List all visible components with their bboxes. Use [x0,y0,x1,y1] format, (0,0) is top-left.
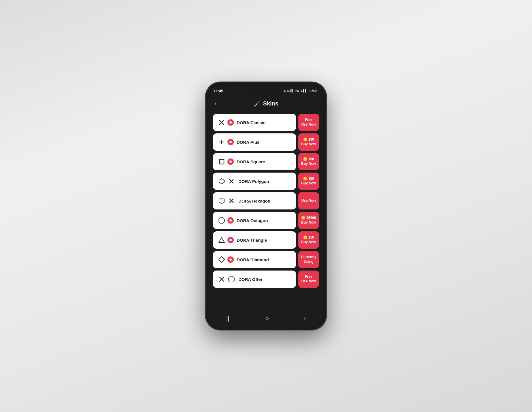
coin-icon-square: 🟡 [303,157,307,162]
price-octagon: 15000 [306,216,316,220]
use-now-offer: Use Now [301,279,316,284]
action-btn-hexagon[interactable]: Use Now [298,192,319,209]
diamond-shape-icon [218,256,226,264]
octagon-shape-icon [218,216,226,224]
x-shape-hexagon [227,197,235,205]
skin-row-hexagon: DORA Hexagon Use Now [213,192,319,209]
skin-card-plus: DORA Plus [213,133,296,151]
skin-card-classic: DORA Classic [213,114,296,131]
skin-name-polygon: DORA Polygon [238,179,269,184]
skin-name-square: DORA Square [237,159,265,164]
currently-using-line2: Using [304,260,313,264]
icon-group-hexagon [218,197,235,205]
skin-card-square: DORA Square [213,153,296,170]
brush-icon: 🖌️ [254,100,261,107]
free-label-offer: Free [305,275,312,279]
icon-group-octagon [218,216,234,224]
skin-row-classic: DORA Classic Free Use Now [213,114,319,131]
icon-group-triangle [218,236,234,244]
buy-label-octagon: Buy Now [301,220,316,225]
skin-name-plus: DORA Plus [237,140,259,145]
svg-rect-4 [219,159,224,164]
battery-icon: □ 35% [309,89,317,92]
coin-row-square: 🟡 150 [303,157,314,162]
buy-label-square: Buy Now [301,162,316,166]
x-shape-icon [218,118,226,126]
hexagon-shape-offer [227,275,235,283]
plus-shape-icon [218,138,226,146]
coin-row-octagon: 🟡 15000 [301,216,316,220]
coin-row-triangle: 🟡 150 [303,235,314,240]
buy-label-plus: Buy Now [301,142,316,147]
svg-marker-5 [219,179,224,184]
price-plus: 100 [308,137,314,142]
svg-marker-11 [219,218,225,223]
app-header: ← 🖌️ Skins [209,96,323,111]
action-btn-diamond[interactable]: Currently Using [298,251,319,268]
red-circle-icon [227,119,234,126]
svg-marker-12 [219,237,225,243]
skin-row-polygon: DORA Polygon 🟡 150 Buy Now [213,173,319,190]
skin-card-hexagon: DORA Hexagon [213,192,296,209]
nav-home-button[interactable]: ○ [265,315,269,322]
currently-using-line1: Currently [301,255,316,260]
action-btn-classic[interactable]: Free Use Now [298,114,319,131]
red-circle-icon-square [227,158,234,165]
coin-icon-triangle: 🟡 [303,235,307,240]
skin-name-classic: DORA Classic [237,120,265,125]
red-circle-icon-triangle [227,237,234,243]
skin-name-diamond: DORA Diamond [237,257,269,262]
skins-list: DORA Classic Free Use Now [209,111,323,311]
skin-row-octagon: DORA Octagon 🟡 15000 Buy Now [213,212,319,229]
buy-label-polygon: Buy Now [301,181,316,186]
red-circle-icon-plus [227,139,234,145]
header-title: 🖌️ Skins [254,100,278,107]
skin-row-square: DORA Square 🟡 150 Buy Now [213,153,319,170]
svg-marker-16 [229,276,234,282]
action-btn-square[interactable]: 🟡 150 Buy Now [298,153,319,170]
price-square: 150 [308,157,314,162]
icon-group-square [218,158,234,166]
icon-group-classic [218,118,234,126]
status-icons: VoLTE 4G ▌▌ VoLTE ▌▌ □ 35% [278,89,317,92]
action-btn-octagon[interactable]: 🟡 15000 Buy Now [298,212,319,229]
coin-row-polygon: 🟡 150 [303,177,314,181]
action-line2-classic: Use Now [301,122,316,127]
svg-marker-13 [219,257,225,262]
coin-icon-octagon: 🟡 [301,216,305,220]
action-btn-polygon[interactable]: 🟡 150 Buy Now [298,173,319,190]
buy-label-triangle: Buy Now [301,240,316,245]
x-shape-offer [218,275,226,283]
hexagon-shape-icon [218,197,226,205]
skin-card-diamond: DORA Diamond [213,251,296,268]
skin-row-offer: DORA Offer Free Use Now [213,271,319,288]
skin-name-offer: DORA Offer [238,277,263,282]
skin-row-diamond: DORA Diamond Currently Using [213,251,319,268]
icon-group-diamond [218,256,234,264]
nav-menu-button[interactable]: ||| [226,315,231,322]
red-circle-icon-octagon [227,217,234,224]
icon-group-plus [218,138,234,146]
coin-icon-polygon: 🟡 [303,177,307,181]
coin-icon-plus: 🟡 [303,137,307,142]
back-button[interactable]: ← [214,100,219,107]
skin-name-hexagon: DORA Hexagon [238,199,270,203]
action-btn-plus[interactable]: 🟡 100 Buy Now [298,133,319,151]
skin-row-plus: DORA Plus 🟡 100 Buy Now [213,133,319,151]
action-btn-triangle[interactable]: 🟡 150 Buy Now [298,231,319,249]
skin-card-octagon: DORA Octagon [213,212,296,229]
price-polygon: 150 [308,177,314,181]
price-triangle: 150 [308,235,314,240]
status-time: 11:45 [214,89,223,93]
icon-group-polygon [218,177,235,185]
skin-card-triangle: DORA Triangle [213,231,296,249]
bottom-nav: ||| ○ ‹ [209,311,323,326]
coin-row-plus: 🟡 100 [303,137,314,142]
nav-back-button[interactable]: ‹ [304,315,306,322]
action-btn-offer[interactable]: Free Use Now [298,271,319,288]
triangle-shape-icon [218,236,226,244]
skin-card-offer: DORA Offer [213,271,296,288]
x-shape-polygon [227,177,235,185]
polygon-shape-icon [218,177,226,185]
skin-name-triangle: DORA Triangle [237,238,267,243]
